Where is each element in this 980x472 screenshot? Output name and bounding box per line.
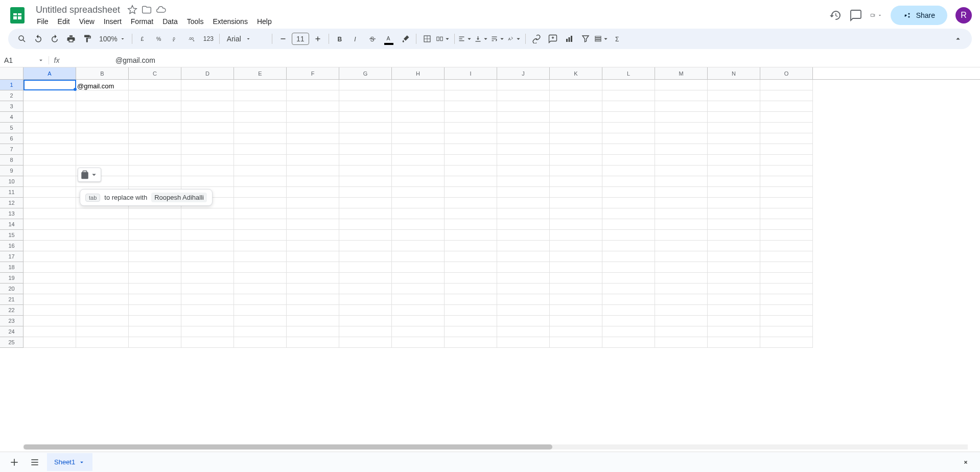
cell-L24[interactable] <box>602 326 655 337</box>
cell-L9[interactable] <box>602 166 655 176</box>
cell-F15[interactable] <box>287 230 339 241</box>
cell-K16[interactable] <box>550 241 602 251</box>
strikethrough-icon[interactable]: S <box>365 31 380 46</box>
cell-M9[interactable] <box>655 166 708 176</box>
cell-A7[interactable] <box>24 144 76 155</box>
cell-D10[interactable] <box>181 176 234 187</box>
cell-M16[interactable] <box>655 241 708 251</box>
filter-views-icon[interactable] <box>594 31 610 46</box>
row-header-20[interactable]: 20 <box>0 284 24 294</box>
cell-M10[interactable] <box>655 176 708 187</box>
cell-E2[interactable] <box>234 90 287 101</box>
cell-E18[interactable] <box>234 262 287 273</box>
borders-icon[interactable] <box>419 31 435 46</box>
cell-C18[interactable] <box>129 262 181 273</box>
cell-M8[interactable] <box>655 155 708 166</box>
cell-M22[interactable] <box>655 305 708 316</box>
cell-M19[interactable] <box>655 273 708 284</box>
row-header-4[interactable]: 4 <box>0 112 24 123</box>
cell-D3[interactable] <box>181 101 234 112</box>
cell-O7[interactable] <box>760 144 813 155</box>
menu-file[interactable]: File <box>33 15 53 28</box>
cell-J13[interactable] <box>497 208 550 219</box>
cell-O20[interactable] <box>760 284 813 294</box>
cell-I1[interactable] <box>445 80 497 90</box>
cell-L17[interactable] <box>602 251 655 262</box>
cell-D8[interactable] <box>181 155 234 166</box>
cell-N7[interactable] <box>708 144 760 155</box>
cell-E22[interactable] <box>234 305 287 316</box>
cell-A23[interactable] <box>24 316 76 326</box>
cell-G13[interactable] <box>339 208 392 219</box>
paint-format-icon[interactable] <box>80 31 95 46</box>
cell-I12[interactable] <box>445 198 497 208</box>
column-header-M[interactable]: M <box>655 67 708 79</box>
cell-O15[interactable] <box>760 230 813 241</box>
cell-I24[interactable] <box>445 326 497 337</box>
column-header-E[interactable]: E <box>234 67 287 79</box>
cell-K22[interactable] <box>550 305 602 316</box>
menu-format[interactable]: Format <box>127 15 157 28</box>
cell-I2[interactable] <box>445 90 497 101</box>
cell-K23[interactable] <box>550 316 602 326</box>
cell-G10[interactable] <box>339 176 392 187</box>
cell-E12[interactable] <box>234 198 287 208</box>
cell-A16[interactable] <box>24 241 76 251</box>
cell-I10[interactable] <box>445 176 497 187</box>
filter-icon[interactable] <box>578 31 593 46</box>
column-header-N[interactable]: N <box>708 67 760 79</box>
cell-C22[interactable] <box>129 305 181 316</box>
cell-H16[interactable] <box>392 241 445 251</box>
cell-A15[interactable] <box>24 230 76 241</box>
column-header-C[interactable]: C <box>129 67 181 79</box>
cell-D18[interactable] <box>181 262 234 273</box>
cell-M1[interactable] <box>655 80 708 90</box>
cell-G17[interactable] <box>339 251 392 262</box>
row-header-24[interactable]: 24 <box>0 326 24 337</box>
cell-A8[interactable] <box>24 155 76 166</box>
cell-D1[interactable] <box>181 80 234 90</box>
menu-help[interactable]: Help <box>253 15 276 28</box>
row-header-2[interactable]: 2 <box>0 90 24 101</box>
cell-B17[interactable] <box>76 251 129 262</box>
menu-tools[interactable]: Tools <box>183 15 208 28</box>
cell-H4[interactable] <box>392 112 445 123</box>
cell-J12[interactable] <box>497 198 550 208</box>
cell-J9[interactable] <box>497 166 550 176</box>
cell-N13[interactable] <box>708 208 760 219</box>
cell-G9[interactable] <box>339 166 392 176</box>
row-header-14[interactable]: 14 <box>0 219 24 230</box>
cell-N23[interactable] <box>708 316 760 326</box>
cell-F2[interactable] <box>287 90 339 101</box>
cell-I25[interactable] <box>445 337 497 348</box>
cell-O10[interactable] <box>760 176 813 187</box>
zoom-selector[interactable]: 100% <box>96 35 129 43</box>
cell-C15[interactable] <box>129 230 181 241</box>
column-header-H[interactable]: H <box>392 67 445 79</box>
cell-A10[interactable] <box>24 176 76 187</box>
row-header-15[interactable]: 15 <box>0 230 24 241</box>
cell-L23[interactable] <box>602 316 655 326</box>
text-color-icon[interactable]: A <box>381 31 396 46</box>
cell-G12[interactable] <box>339 198 392 208</box>
cell-B23[interactable] <box>76 316 129 326</box>
cell-G1[interactable] <box>339 80 392 90</box>
cell-C10[interactable] <box>129 176 181 187</box>
cell-H3[interactable] <box>392 101 445 112</box>
insert-link-icon[interactable] <box>529 31 544 46</box>
horizontal-align-icon[interactable] <box>458 31 473 46</box>
cell-A9[interactable] <box>24 166 76 176</box>
cell-I11[interactable] <box>445 187 497 198</box>
cell-G25[interactable] <box>339 337 392 348</box>
cell-K15[interactable] <box>550 230 602 241</box>
cell-N12[interactable] <box>708 198 760 208</box>
cell-C24[interactable] <box>129 326 181 337</box>
cell-E10[interactable] <box>234 176 287 187</box>
cell-I17[interactable] <box>445 251 497 262</box>
cell-M18[interactable] <box>655 262 708 273</box>
cell-M15[interactable] <box>655 230 708 241</box>
paste-options-popup[interactable] <box>78 168 101 182</box>
cell-G22[interactable] <box>339 305 392 316</box>
cell-I22[interactable] <box>445 305 497 316</box>
cell-H21[interactable] <box>392 294 445 305</box>
